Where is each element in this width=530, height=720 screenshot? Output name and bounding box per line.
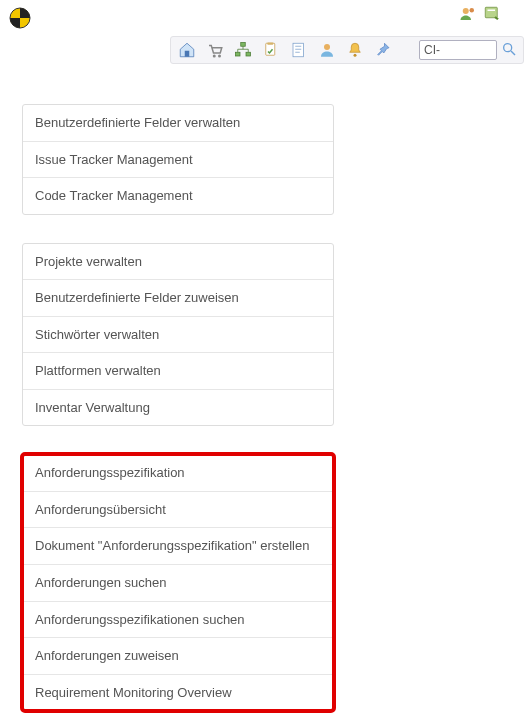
- header: [0, 0, 530, 30]
- svg-rect-8: [241, 43, 246, 47]
- link-assign-custom-fields[interactable]: Benutzerdefinierte Felder zuweisen: [23, 279, 333, 316]
- search-box: [419, 40, 517, 60]
- search-input[interactable]: [419, 40, 497, 60]
- header-quick-icons: [458, 4, 522, 24]
- svg-point-1: [463, 8, 469, 14]
- panel-project: Projekte verwalten Benutzerdefinierte Fe…: [22, 243, 334, 427]
- link-req-doc-create[interactable]: Dokument "Anforderungsspezifikation" ers…: [23, 527, 333, 564]
- svg-rect-13: [293, 43, 304, 57]
- svg-rect-11: [266, 43, 275, 55]
- main-content: Benutzerdefinierte Felder verwalten Issu…: [0, 64, 530, 720]
- svg-point-7: [218, 55, 221, 58]
- link-req-overview[interactable]: Anforderungsübersicht: [23, 491, 333, 528]
- link-projects-manage[interactable]: Projekte verwalten: [23, 244, 333, 280]
- user-icon[interactable]: [317, 40, 337, 60]
- link-issue-tracker[interactable]: Issue Tracker Management: [23, 141, 333, 178]
- link-req-search[interactable]: Anforderungen suchen: [23, 564, 333, 601]
- tree-icon[interactable]: [233, 40, 253, 60]
- svg-rect-12: [267, 43, 273, 45]
- users-icon[interactable]: [458, 4, 478, 24]
- cart-icon[interactable]: [205, 40, 225, 60]
- search-icon[interactable]: [501, 41, 517, 60]
- svg-point-2: [470, 8, 475, 13]
- bell-icon[interactable]: [345, 40, 365, 60]
- window-icon[interactable]: [482, 4, 502, 24]
- link-req-assign[interactable]: Anforderungen zuweisen: [23, 637, 333, 674]
- home-icon[interactable]: [177, 40, 197, 60]
- link-inventory-manage[interactable]: Inventar Verwaltung: [23, 389, 333, 426]
- svg-rect-5: [185, 51, 190, 57]
- svg-rect-10: [246, 52, 251, 56]
- app-logo: [8, 6, 32, 30]
- svg-line-20: [511, 51, 515, 55]
- report-icon[interactable]: [289, 40, 309, 60]
- svg-point-6: [213, 55, 216, 58]
- svg-rect-9: [236, 52, 241, 56]
- link-req-spec-search[interactable]: Anforderungsspezifikationen suchen: [23, 601, 333, 638]
- link-req-spec[interactable]: Anforderungsspezifikation: [23, 455, 333, 491]
- pin-icon[interactable]: [373, 40, 393, 60]
- svg-point-17: [324, 44, 330, 50]
- link-keywords-manage[interactable]: Stichwörter verwalten: [23, 316, 333, 353]
- main-toolbar: [170, 36, 524, 64]
- svg-rect-3: [485, 7, 497, 18]
- svg-point-18: [354, 54, 357, 57]
- svg-rect-4: [488, 10, 496, 12]
- link-req-monitoring[interactable]: Requirement Monitoring Overview: [23, 674, 333, 711]
- svg-point-19: [504, 43, 512, 51]
- link-platforms-manage[interactable]: Plattformen verwalten: [23, 352, 333, 389]
- link-custom-fields-manage[interactable]: Benutzerdefinierte Felder verwalten: [23, 105, 333, 141]
- link-code-tracker[interactable]: Code Tracker Management: [23, 177, 333, 214]
- panel-requirements: Anforderungsspezifikation Anforderungsüb…: [22, 454, 334, 711]
- plan-icon[interactable]: [261, 40, 281, 60]
- panel-admin: Benutzerdefinierte Felder verwalten Issu…: [22, 104, 334, 215]
